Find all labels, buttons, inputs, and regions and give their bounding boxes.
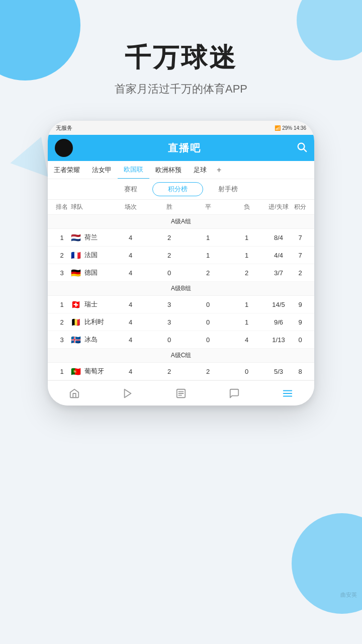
group-header-b: A级B组 [48, 282, 314, 296]
tab-zuqiu[interactable]: 足球 [188, 161, 213, 179]
table-header: 排名 球队 场次 胜 平 负 进/失球 积分 [48, 200, 314, 215]
flag-portugal: 🇵🇹 [71, 368, 82, 375]
svg-marker-2 [125, 389, 131, 397]
tab-wangzhe[interactable]: 王者荣耀 [48, 161, 86, 179]
group-header-a: A级A组 [48, 215, 314, 229]
group-header-c: A级C组 [48, 349, 314, 363]
table-row: 1 🇳🇱荷兰 4 2 1 1 8/4 7 [48, 229, 314, 247]
col-header-rank: 排名 [53, 203, 71, 211]
status-bar: 无服务 📶 29% 14:36 [48, 121, 314, 135]
flag-switzerland: 🇨🇭 [71, 301, 82, 308]
table-row: 1 🇨🇭瑞士 4 3 0 1 14/5 9 [48, 296, 314, 313]
sub-tab-scorers[interactable]: 射手榜 [203, 183, 253, 196]
flag-germany: 🇩🇪 [71, 269, 82, 277]
sub-tab-schedule[interactable]: 赛程 [109, 183, 152, 196]
table-row: 3 🇩🇪德国 4 0 2 2 3/7 2 [48, 264, 314, 282]
flag-belgium: 🇧🇪 [71, 318, 82, 326]
flag-netherlands: 🇳🇱 [71, 234, 82, 242]
nav-list[interactable] [261, 381, 314, 406]
table-row: 1 🇵🇹葡萄牙 4 2 2 0 5/3 8 [48, 363, 314, 380]
app-title: 直播吧 [168, 141, 201, 155]
search-icon[interactable] [296, 141, 307, 155]
col-header-team: 球队 [71, 203, 111, 211]
app-header: 直播吧 [48, 135, 314, 161]
table-row: 3 🇮🇸冰岛 4 0 0 4 1/13 0 [48, 331, 314, 349]
status-bar-right: 📶 29% 14:36 [275, 125, 306, 131]
bluetooth-icon: 📶 [275, 125, 281, 131]
phone-mockup-wrapper: 无服务 📶 29% 14:36 直播吧 王者荣耀 法女甲 欧国联 欧洲杯预 足球 [48, 121, 314, 406]
table-row: 2 🇫🇷法国 4 2 1 1 4/4 7 [48, 247, 314, 264]
nav-tabs: 王者荣耀 法女甲 欧国联 欧洲杯预 足球 + [48, 161, 314, 179]
col-header-losses: 负 [227, 203, 266, 211]
col-header-goals: 进/失球 [266, 203, 291, 211]
col-header-draws: 平 [189, 203, 227, 211]
nav-home[interactable] [48, 381, 101, 406]
nav-chat[interactable] [208, 381, 261, 406]
battery-text: 29% 14:36 [282, 125, 306, 131]
page-title: 千万球迷 [0, 40, 362, 75]
nav-video[interactable] [101, 381, 154, 406]
flag-france: 🇫🇷 [71, 252, 82, 259]
page-header: 千万球迷 首家月活过千万的体育APP [0, 0, 362, 97]
table-row: 2 🇧🇪比利时 4 3 0 1 9/6 9 [48, 313, 314, 331]
bg-decoration-circle-br [292, 513, 362, 614]
sub-tab-standings[interactable]: 积分榜 [152, 182, 203, 196]
nav-news[interactable] [154, 381, 208, 406]
col-header-wins: 胜 [150, 203, 189, 211]
sub-tabs: 赛程 积分榜 射手榜 [48, 179, 314, 200]
tab-oujbeiyu[interactable]: 欧洲杯预 [149, 161, 188, 179]
phone-mockup: 无服务 📶 29% 14:36 直播吧 王者荣耀 法女甲 欧国联 欧洲杯预 足球 [48, 121, 314, 406]
flag-iceland: 🇮🇸 [71, 336, 82, 344]
nav-more-button[interactable]: + [213, 166, 225, 175]
bottom-nav [48, 380, 314, 406]
tab-fanv[interactable]: 法女甲 [86, 161, 118, 179]
page-subtitle: 首家月活过千万的体育APP [0, 82, 362, 97]
status-bar-left: 无服务 [56, 124, 72, 132]
watermark: 曲安英 [340, 591, 357, 599]
tab-oguolian[interactable]: 欧国联 [118, 161, 149, 179]
svg-line-1 [304, 149, 306, 151]
avatar[interactable] [55, 139, 73, 157]
col-header-points: 积分 [291, 203, 309, 211]
col-header-matches: 场次 [111, 203, 150, 211]
